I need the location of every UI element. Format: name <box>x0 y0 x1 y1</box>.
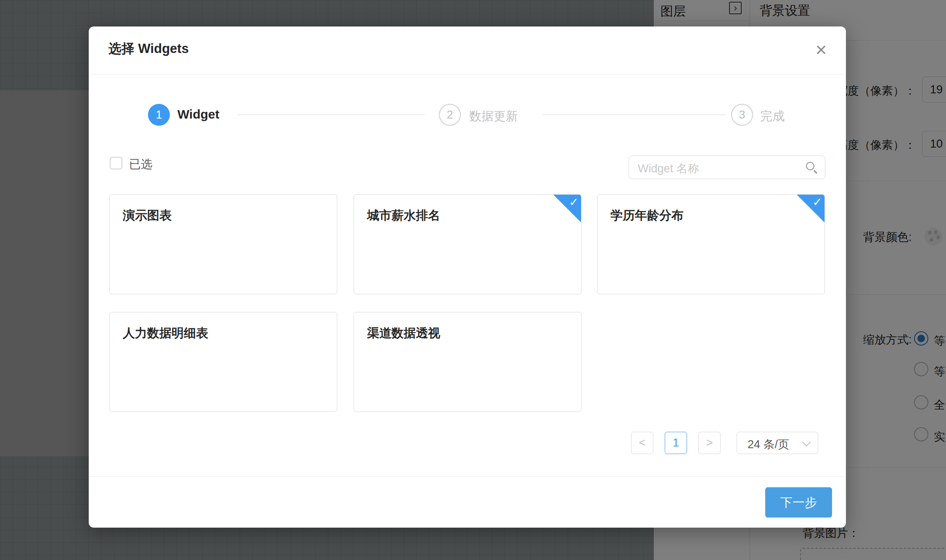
widget-card-title: 学历年龄分布 <box>610 207 684 224</box>
widget-card-title: 演示图表 <box>123 207 172 224</box>
dialog-title: 选择 Widgets <box>108 40 189 58</box>
step-3-label: 完成 <box>760 108 785 125</box>
widget-card[interactable]: 人力数据明细表 <box>109 312 337 412</box>
step-1-indicator: 1 <box>148 104 170 126</box>
page-size-value: 24 条/页 <box>748 437 789 452</box>
selected-only-checkbox[interactable] <box>110 157 122 169</box>
search-icon[interactable] <box>806 161 818 174</box>
select-widgets-dialog: 选择 Widgets × 1 Widget 2 数据更新 3 完成 已选 Wid… <box>89 26 846 528</box>
check-icon: ✓ <box>812 195 822 209</box>
pagination-page-1[interactable]: 1 <box>665 432 687 454</box>
pagination-next-button[interactable]: > <box>698 432 721 454</box>
widget-card-title: 人力数据明细表 <box>123 325 208 342</box>
chevron-down-icon <box>802 438 811 446</box>
widget-card-title: 渠道数据透视 <box>367 325 440 342</box>
close-icon[interactable]: × <box>810 39 832 61</box>
check-icon: ✓ <box>569 195 579 209</box>
divider <box>89 476 846 477</box>
step-2-indicator: 2 <box>439 104 461 126</box>
step-connector <box>238 114 425 115</box>
next-step-button[interactable]: 下一步 <box>765 487 832 518</box>
widget-card-title: 城市薪水排名 <box>367 207 440 224</box>
widget-search-input[interactable]: Widget 名称 <box>629 156 825 179</box>
step-connector <box>542 114 725 115</box>
step-3-indicator: 3 <box>731 104 753 126</box>
widget-card[interactable]: 演示图表 <box>109 194 337 294</box>
divider <box>89 74 846 74</box>
pagination-prev-button[interactable]: < <box>631 432 653 454</box>
step-1-label: Widget <box>177 107 219 122</box>
selected-only-label: 已选 <box>129 156 153 172</box>
widget-card[interactable]: 渠道数据透视 <box>354 312 581 412</box>
step-2-label: 数据更新 <box>469 108 518 125</box>
page-size-select[interactable]: 24 条/页 <box>737 432 818 454</box>
search-placeholder: Widget 名称 <box>638 161 699 176</box>
widget-card-selected[interactable]: 城市薪水排名 ✓ <box>354 194 581 294</box>
widget-card-selected[interactable]: 学历年龄分布 ✓ <box>597 194 825 294</box>
